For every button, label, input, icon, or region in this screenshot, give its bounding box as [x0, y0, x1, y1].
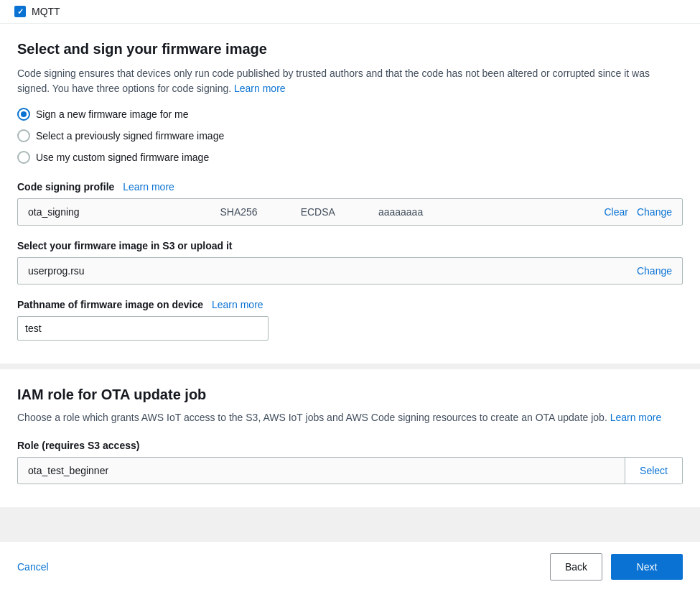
- clear-button[interactable]: Clear: [604, 206, 627, 218]
- iam-learn-more-link[interactable]: Learn more: [610, 412, 662, 423]
- firmware-actions: Change: [637, 265, 672, 277]
- sign-algo: ECDSA: [301, 206, 335, 218]
- role-label: Role (requires S3 access): [17, 440, 683, 451]
- footer-actions: Back Next: [550, 553, 683, 581]
- pathname-label: Pathname of firmware image on device Lea…: [17, 299, 683, 310]
- footer: Cancel Back Next: [0, 541, 700, 592]
- iam-section-title: IAM role for OTA update job: [17, 387, 683, 403]
- radio-sign-new[interactable]: Sign a new firmware image for me: [17, 108, 683, 121]
- radio-sign-custom-label: Use my custom signed firmware image: [36, 152, 209, 163]
- radio-sign-new-indicator: [17, 108, 30, 121]
- profile-actions: Clear Change: [604, 206, 672, 218]
- firmware-section-desc: Code signing ensures that devices only r…: [17, 66, 683, 96]
- hash-algo: SHA256: [220, 206, 258, 218]
- role-name: ota_test_beginner: [18, 458, 625, 484]
- back-button[interactable]: Back: [550, 553, 602, 581]
- pathname-section: Pathname of firmware image on device Lea…: [17, 299, 683, 341]
- code-signing-learn-more-link[interactable]: Learn more: [123, 181, 174, 193]
- firmware-radio-group: Sign a new firmware image for me Select …: [17, 108, 683, 164]
- code-signing-label: Code signing profile Learn more: [17, 181, 683, 193]
- mqtt-label: MQTT: [32, 6, 60, 17]
- next-button[interactable]: Next: [611, 554, 683, 580]
- radio-sign-custom[interactable]: Use my custom signed firmware image: [17, 151, 683, 164]
- code-signing-profile-row: ota_signing SHA256 ECDSA aaaaaaaa Clear …: [17, 198, 683, 226]
- profile-name: ota_signing: [28, 206, 220, 218]
- firmware-change-button[interactable]: Change: [637, 265, 672, 277]
- cancel-button[interactable]: Cancel: [17, 561, 49, 573]
- pathname-learn-more-link[interactable]: Learn more: [212, 299, 263, 310]
- firmware-file-name: userprog.rsu: [28, 265, 637, 277]
- profile-meta: SHA256 ECDSA aaaaaaaa: [220, 206, 605, 218]
- top-bar: MQTT: [0, 0, 700, 24]
- select-role-button[interactable]: Select: [625, 458, 682, 484]
- radio-sign-prev-label: Select a previously signed firmware imag…: [36, 130, 224, 142]
- firmware-section-title: Select and sign your firmware image: [17, 41, 683, 57]
- radio-sign-custom-indicator: [17, 151, 30, 164]
- radio-sign-prev[interactable]: Select a previously signed firmware imag…: [17, 129, 683, 142]
- role-row: ota_test_beginner Select: [17, 457, 683, 484]
- firmware-section: Select and sign your firmware image Code…: [0, 24, 700, 364]
- radio-sign-prev-indicator: [17, 129, 30, 142]
- profile-change-button[interactable]: Change: [637, 206, 672, 218]
- firmware-image-row: userprog.rsu Change: [17, 257, 683, 285]
- firmware-image-label: Select your firmware image in S3 or uplo…: [17, 240, 683, 251]
- profile-id: aaaaaaaa: [378, 206, 423, 218]
- mqtt-checkbox[interactable]: [14, 6, 26, 17]
- iam-section: IAM role for OTA update job Choose a rol…: [0, 369, 700, 507]
- radio-sign-new-label: Sign a new firmware image for me: [36, 108, 188, 120]
- iam-section-desc: Choose a role which grants AWS IoT acces…: [17, 410, 683, 425]
- pathname-input[interactable]: [17, 316, 269, 341]
- firmware-learn-more-link[interactable]: Learn more: [234, 83, 286, 94]
